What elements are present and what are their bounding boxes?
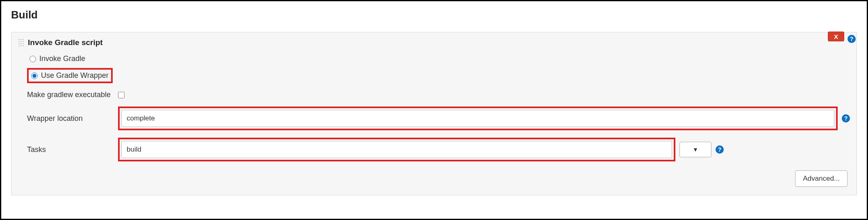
wrapper-location-trailing: ? <box>842 114 850 122</box>
row-make-executable: Make gradlew executable <box>27 91 850 99</box>
radio-invoke-gradle-input[interactable] <box>30 56 36 62</box>
tasks-input[interactable] <box>121 141 672 158</box>
wrapper-location-input-wrap <box>118 107 838 130</box>
advanced-row: Advanced... <box>27 170 850 187</box>
radio-invoke-gradle[interactable]: Invoke Gradle <box>27 53 113 65</box>
make-executable-label: Make gradlew executable <box>27 91 118 99</box>
drag-handle-icon[interactable] <box>18 39 24 47</box>
build-section-frame: Build Invoke Gradle script X ? Invoke Gr… <box>0 0 868 220</box>
radio-use-wrapper[interactable]: Use Gradle Wrapper <box>27 68 113 83</box>
advanced-button[interactable]: Advanced... <box>795 170 848 187</box>
gradle-mode-radio-group: Invoke Gradle Use Gradle Wrapper <box>27 53 113 83</box>
help-icon[interactable]: ? <box>842 114 850 122</box>
wrapper-location-label: Wrapper location <box>27 114 118 123</box>
tasks-label: Tasks <box>27 145 118 154</box>
radio-invoke-gradle-label: Invoke Gradle <box>39 54 85 63</box>
row-tasks: Tasks ▼ ? <box>27 138 850 161</box>
help-icon[interactable]: ? <box>716 145 724 154</box>
make-executable-checkbox[interactable] <box>118 92 125 98</box>
panel-body: Invoke Gradle Use Gradle Wrapper Make gr… <box>18 53 850 187</box>
tasks-trailing: ▼ ? <box>679 142 724 157</box>
section-heading: Build <box>11 9 857 21</box>
gradle-build-step-panel: Invoke Gradle script X ? Invoke Gradle U… <box>11 32 857 195</box>
delete-step-button[interactable]: X <box>828 32 844 41</box>
wrapper-location-input[interactable] <box>121 110 834 127</box>
chevron-down-icon: ▼ <box>693 146 698 153</box>
tasks-input-wrap <box>118 138 675 161</box>
expand-tasks-button[interactable]: ▼ <box>679 142 711 157</box>
radio-use-wrapper-label: Use Gradle Wrapper <box>41 71 109 80</box>
help-icon[interactable]: ? <box>848 35 856 43</box>
radio-use-wrapper-input[interactable] <box>31 73 38 79</box>
row-wrapper-location: Wrapper location ? <box>27 107 850 130</box>
panel-title: Invoke Gradle script <box>28 38 103 47</box>
panel-header: Invoke Gradle script <box>18 38 850 47</box>
